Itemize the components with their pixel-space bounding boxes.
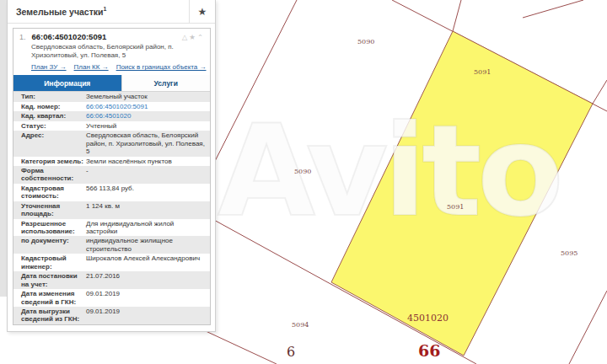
- boundary-line: [211, 0, 297, 169]
- favorites-star-button[interactable]: ★: [189, 0, 215, 23]
- parcel-list-item: 1. 66:06:4501020:5091 △★⌃ Свердловская о…: [13, 28, 211, 325]
- parcel-label-5091-mid: 5091: [447, 204, 464, 211]
- row-value: 1 124 кв. м: [86, 202, 210, 210]
- row-label: Кадастровая стоимость:: [13, 185, 86, 201]
- table-row-permitted-use: Разрешенное использование: Для индивидуа…: [13, 219, 210, 237]
- table-row-land-category: Категория земель: Земли населённых пункт…: [13, 157, 210, 166]
- table-row-registration-date: Дата постановки на учет: 21.07.2016: [13, 271, 210, 289]
- parcel-address: Свердловская область, Белоярский район, …: [13, 42, 210, 62]
- row-label: Кад. квартал:: [13, 112, 86, 120]
- row-label: Форма собственности:: [13, 167, 86, 183]
- star-icon[interactable]: ★: [189, 33, 197, 41]
- row-label: Дата изменения сведений в ГКН:: [13, 290, 86, 306]
- table-row-gkn-change-date: Дата изменения сведений в ГКН: 09.01.201…: [13, 289, 210, 307]
- row-value: 21.07.2016: [86, 272, 210, 280]
- plan-zu-link[interactable]: План ЗУ →: [31, 63, 67, 71]
- row-value: Земельный участок: [86, 93, 210, 100]
- tab-bar: Информация Услуги: [13, 75, 210, 92]
- parcel-label-5094: 5094: [292, 322, 309, 329]
- row-label: по документу:: [13, 237, 86, 244]
- row-value: Широкалов Алексей Александрович: [86, 254, 210, 262]
- star-icon: ★: [198, 6, 207, 18]
- triangle-icon[interactable]: △: [182, 33, 190, 41]
- row-label: Дата выгрузки сведений из ГКН:: [13, 308, 86, 324]
- parcel-label-5095: 5095: [561, 250, 577, 257]
- panel-title-text: Земельные участки: [16, 7, 104, 17]
- region-label-66: 66: [418, 343, 440, 359]
- panel-title: Земельные участки1: [8, 6, 106, 17]
- row-label: Разрешенное использование:: [13, 220, 86, 236]
- table-row-address: Адрес: Свердловская область, Белоярский …: [13, 131, 210, 156]
- tab-services[interactable]: Услуги: [121, 75, 211, 91]
- parcel-label-5090-mid: 5090: [294, 169, 311, 175]
- cad-quarter-link[interactable]: 66:06:4501020: [86, 112, 210, 120]
- item-header-icons: △★⌃: [182, 33, 205, 41]
- row-value: 09.01.2019: [86, 290, 210, 297]
- table-row-gkn-export-date: Дата выгрузки сведений из ГКН: 09.01.201…: [13, 307, 210, 324]
- cad-number-link[interactable]: 66:06:4501020:5091: [86, 103, 210, 110]
- result-count-badge: 1: [104, 6, 107, 12]
- page-left-gutter: [0, 0, 7, 297]
- boundary-line: [453, 0, 461, 31]
- table-row-by-document: по документу: индивидуальное жилищное ст…: [13, 236, 210, 254]
- row-value: индивидуальное жилищное строительство: [86, 237, 210, 253]
- collapse-icon[interactable]: ⌃: [197, 33, 205, 41]
- plan-kk-link[interactable]: План КК →: [74, 63, 109, 71]
- table-row-cadastral-engineer: Кадастровый инженер: Широкалов Алексей А…: [13, 254, 210, 271]
- row-label: Статус:: [13, 122, 86, 130]
- parcel-label-5090-top: 5090: [357, 39, 374, 46]
- selected-parcel-polygon[interactable]: [331, 31, 593, 356]
- quarter-label-4501020: 4501020: [407, 313, 449, 323]
- cadastral-number-title: 66:06:4501020:5091: [32, 32, 107, 41]
- row-value: 566 113,84 руб.: [86, 185, 210, 192]
- panel-header: Земельные участки1 ★: [8, 0, 215, 24]
- district-label-6: 6: [287, 345, 295, 359]
- row-value: Учтенный: [86, 122, 210, 130]
- table-row-type: Тип: Земельный участок: [13, 92, 210, 101]
- row-value: Свердловская область, Белоярский район, …: [86, 131, 210, 155]
- parcel-links: План ЗУ → План КК → Поиск в границах объ…: [13, 62, 210, 75]
- row-label: Уточненная площадь:: [13, 202, 86, 218]
- table-row-cad-quarter: Кад. квартал: 66:06:4501020: [13, 111, 210, 120]
- tab-information[interactable]: Информация: [13, 75, 121, 91]
- search-in-bounds-link[interactable]: Поиск в границах объекта →: [116, 63, 207, 71]
- table-row-refined-area: Уточненная площадь: 1 124 кв. м: [13, 201, 210, 219]
- table-row-cadastral-value: Кадастровая стоимость: 566 113,84 руб.: [13, 184, 210, 201]
- table-row-status: Статус: Учтенный: [13, 121, 210, 131]
- row-value: 09.01.2019: [86, 308, 210, 315]
- row-label: Категория земель:: [13, 158, 86, 165]
- boundary-line: [569, 291, 607, 364]
- row-value: Для индивидуальной жилой застройки: [86, 220, 210, 236]
- row-value: Земли населённых пунктов: [86, 158, 210, 165]
- table-row-cad-number: Кад. номер: 66:06:4501020:5091: [13, 102, 210, 111]
- row-label: Кад. номер:: [13, 103, 86, 110]
- parcel-info-panel: Земельные участки1 ★ 1. 66:06:4501020:50…: [7, 0, 216, 332]
- row-value: -: [86, 167, 210, 174]
- parcel-info-table: Тип: Земельный участок Кад. номер: 66:06…: [13, 92, 210, 324]
- parcel-item-header[interactable]: 1. 66:06:4501020:5091 △★⌃: [13, 29, 210, 42]
- boundary-line: [593, 80, 607, 104]
- table-row-ownership-form: Форма собственности: -: [13, 166, 210, 184]
- item-index: 1.: [19, 33, 26, 41]
- parcel-label-5091-top: 5091: [474, 69, 491, 76]
- row-label: Адрес:: [13, 131, 86, 139]
- row-label: Кадастровый инженер:: [13, 254, 86, 270]
- boundary-line: [523, 0, 583, 18]
- row-label: Дата постановки на учет:: [13, 272, 86, 288]
- row-label: Тип:: [13, 93, 86, 100]
